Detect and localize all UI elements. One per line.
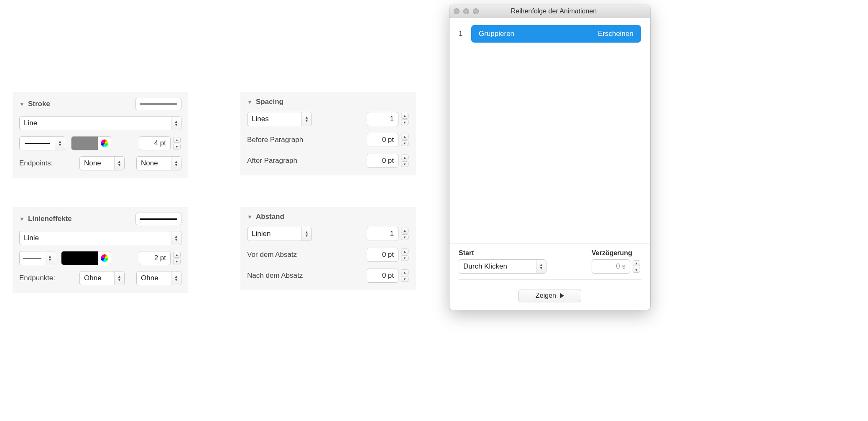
stepper-down[interactable]: ▼ xyxy=(401,255,408,261)
stepper-down[interactable]: ▼ xyxy=(401,161,408,167)
stepper-down[interactable]: ▼ xyxy=(401,234,408,240)
color-wheel-icon[interactable] xyxy=(98,137,111,150)
disclosure-triangle-icon[interactable]: ▼ xyxy=(247,99,253,105)
select-stepper-icon: ▲▼ xyxy=(536,260,546,273)
stepper-up[interactable]: ▲ xyxy=(633,260,640,266)
stepper-up[interactable]: ▲ xyxy=(401,269,408,275)
select-stepper-icon: ▲▼ xyxy=(171,117,181,130)
stepper-down[interactable]: ▼ xyxy=(401,119,408,125)
stepper-down[interactable]: ▼ xyxy=(173,144,181,150)
animation-order-window: Reihenfolge der Animationen 1 Gruppieren… xyxy=(449,5,650,310)
stepper-down[interactable]: ▼ xyxy=(173,259,181,264)
stroke-type-select[interactable]: Linie ▲▼ xyxy=(19,231,181,245)
stepper-down[interactable]: ▼ xyxy=(401,276,408,282)
start-mode-value: Durch Klicken xyxy=(459,262,536,271)
color-swatch xyxy=(71,137,98,150)
stroke-preview[interactable] xyxy=(135,98,181,110)
disclosure-triangle-icon[interactable]: ▼ xyxy=(19,101,25,107)
delay-label: Verzögerung xyxy=(592,249,641,257)
stepper-down[interactable]: ▼ xyxy=(633,267,640,273)
spacing-panel-de: ▼ Abstand Linien ▲▼ 1 ▲ ▼ Vor dem Absatz… xyxy=(240,207,416,290)
endpoint-start-value: None xyxy=(80,159,114,167)
after-para-field[interactable]: 0 pt xyxy=(367,154,398,168)
line-style-select[interactable]: ▲▼ xyxy=(19,251,55,265)
spacing-mode-value: Linien xyxy=(248,230,301,238)
select-stepper-icon: ▲▼ xyxy=(171,231,181,245)
after-para-label: After Paragraph xyxy=(247,157,297,165)
spacing-mode-select[interactable]: Lines ▲▼ xyxy=(247,112,312,126)
endpoint-end-value: Ohne xyxy=(137,274,171,282)
stroke-preview[interactable] xyxy=(135,213,181,225)
select-stepper-icon: ▲▼ xyxy=(301,112,311,126)
spacing-value-field[interactable]: 1 xyxy=(367,227,398,241)
stroke-type-value: Line xyxy=(20,119,171,127)
stroke-width-field[interactable]: 2 pt xyxy=(139,251,171,265)
animation-list-item[interactable]: 1 Gruppieren Erscheinen xyxy=(459,25,641,43)
stroke-color-well[interactable] xyxy=(71,136,111,150)
spacing-panel-en: ▼ Spacing Lines ▲▼ 1 ▲ ▼ Before Paragrap… xyxy=(240,92,416,175)
show-button-label: Zeigen xyxy=(536,292,556,299)
stroke-type-value: Linie xyxy=(20,234,171,242)
select-stepper-icon: ▲▼ xyxy=(171,271,181,285)
spacing-value-field[interactable]: 1 xyxy=(367,112,398,126)
window-title: Reihenfolge der Animationen xyxy=(462,8,646,15)
disclosure-triangle-icon[interactable]: ▼ xyxy=(19,216,25,222)
stroke-panel-en: ▼ Stroke Line ▲▼ ▲▼ 4 pt ▲ ▼ Endpoints: xyxy=(13,92,188,178)
select-stepper-icon: ▲▼ xyxy=(114,157,124,170)
window-close-icon[interactable] xyxy=(454,8,460,14)
line-style-select[interactable]: ▲▼ xyxy=(19,136,65,150)
stepper-up[interactable]: ▲ xyxy=(401,249,408,254)
endpoints-label: Endpoints: xyxy=(19,159,74,167)
endpoint-start-value: Ohne xyxy=(80,274,114,282)
endpoint-end-value: None xyxy=(137,159,171,167)
after-para-label: Nach dem Absatz xyxy=(247,271,303,280)
stepper-up[interactable]: ▲ xyxy=(401,134,408,139)
before-para-field[interactable]: 0 pt xyxy=(367,248,398,262)
panel-title: Abstand xyxy=(256,213,284,221)
endpoints-label: Endpunkte: xyxy=(19,274,74,282)
stroke-color-well[interactable] xyxy=(61,251,111,265)
select-stepper-icon: ▲▼ xyxy=(114,271,124,285)
stepper-up[interactable]: ▲ xyxy=(401,113,408,119)
show-button[interactable]: Zeigen xyxy=(518,289,581,302)
stepper-down[interactable]: ▼ xyxy=(401,140,408,146)
select-stepper-icon: ▲▼ xyxy=(301,227,311,241)
animation-index: 1 xyxy=(459,30,465,38)
endpoint-start-select[interactable]: None ▲▼ xyxy=(79,156,125,170)
stroke-width-field[interactable]: 4 pt xyxy=(139,136,171,150)
stepper-up[interactable]: ▲ xyxy=(173,252,181,258)
play-icon xyxy=(560,293,564,298)
panel-title: Stroke xyxy=(28,100,50,108)
spacing-mode-select[interactable]: Linien ▲▼ xyxy=(247,227,312,241)
disclosure-triangle-icon[interactable]: ▼ xyxy=(247,214,253,220)
panel-title: Linieneffekte xyxy=(28,215,72,223)
before-para-label: Vor dem Absatz xyxy=(247,251,297,259)
endpoint-end-select[interactable]: None ▲▼ xyxy=(136,156,181,170)
before-para-label: Before Paragraph xyxy=(247,136,303,144)
stroke-panel-de: ▼ Linieneffekte Linie ▲▼ ▲▼ 2 pt ▲ ▼ End… xyxy=(13,207,188,293)
start-label: Start xyxy=(459,249,583,257)
stepper-up[interactable]: ▲ xyxy=(173,137,181,143)
start-mode-select[interactable]: Durch Klicken ▲▼ xyxy=(459,259,546,274)
after-para-field[interactable]: 0 pt xyxy=(367,269,398,283)
stepper-up[interactable]: ▲ xyxy=(401,228,408,233)
endpoint-end-select[interactable]: Ohne ▲▼ xyxy=(136,271,181,285)
before-para-field[interactable]: 0 pt xyxy=(367,133,398,147)
endpoint-start-select[interactable]: Ohne ▲▼ xyxy=(79,271,125,285)
color-swatch xyxy=(61,251,98,265)
animation-item-name: Gruppieren xyxy=(479,30,514,38)
panel-title: Spacing xyxy=(256,98,283,106)
delay-field[interactable]: 0 s xyxy=(592,259,630,274)
select-stepper-icon: ▲▼ xyxy=(55,137,65,150)
window-titlebar[interactable]: Reihenfolge der Animationen xyxy=(449,5,650,18)
animation-item-effect: Erscheinen xyxy=(598,30,633,38)
stroke-type-select[interactable]: Line ▲▼ xyxy=(19,116,181,130)
color-wheel-icon[interactable] xyxy=(98,251,111,265)
select-stepper-icon: ▲▼ xyxy=(171,157,181,170)
select-stepper-icon: ▲▼ xyxy=(45,251,55,265)
stepper-up[interactable]: ▲ xyxy=(401,155,408,160)
spacing-mode-value: Lines xyxy=(248,115,301,123)
